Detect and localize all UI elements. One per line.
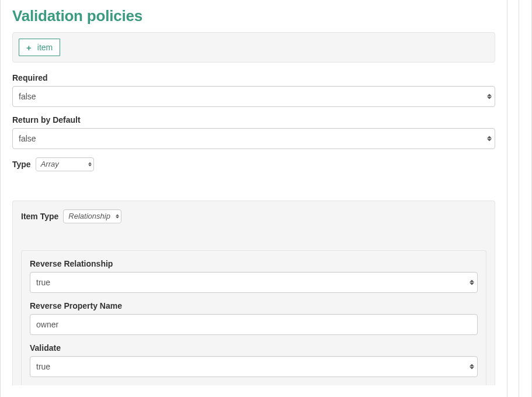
- form-container: Validation policies + item Required fals…: [0, 0, 507, 397]
- item-type-label: Item Type: [21, 212, 58, 221]
- return-by-default-select[interactable]: false: [12, 128, 495, 149]
- type-select[interactable]: Array: [36, 157, 94, 171]
- reverse-relationship-group: Reverse Relationship true: [30, 259, 478, 293]
- return-by-default-group: Return by Default false: [12, 115, 495, 149]
- add-item-button[interactable]: + item: [19, 39, 60, 56]
- section-heading: Validation policies: [12, 7, 495, 25]
- reverse-relationship-label: Reverse Relationship: [30, 259, 478, 268]
- required-group: Required false: [12, 73, 495, 107]
- required-label: Required: [12, 73, 495, 82]
- item-type-group: Item Type Relationship: [21, 209, 486, 223]
- reverse-property-name-group: Reverse Property Name: [30, 301, 478, 335]
- return-by-default-label: Return by Default: [12, 115, 495, 125]
- plus-icon: +: [26, 43, 32, 52]
- relationship-details-panel: Reverse Relationship true Reverse Proper…: [21, 250, 486, 385]
- type-label: Type: [12, 160, 31, 169]
- validation-policies-panel: + item: [12, 32, 495, 63]
- validate-group: Validate true: [30, 343, 478, 377]
- reverse-property-name-input[interactable]: [30, 314, 478, 335]
- validate-label: Validate: [30, 343, 478, 353]
- validate-select[interactable]: true: [30, 356, 478, 377]
- reverse-relationship-select[interactable]: true: [30, 272, 478, 293]
- item-type-panel: Item Type Relationship Reverse Relations…: [12, 201, 495, 385]
- type-group: Type Array: [12, 157, 495, 171]
- add-item-label: item: [37, 43, 53, 52]
- item-type-select[interactable]: Relationship: [63, 209, 121, 223]
- reverse-property-name-label: Reverse Property Name: [30, 301, 478, 310]
- required-select[interactable]: false: [12, 86, 495, 107]
